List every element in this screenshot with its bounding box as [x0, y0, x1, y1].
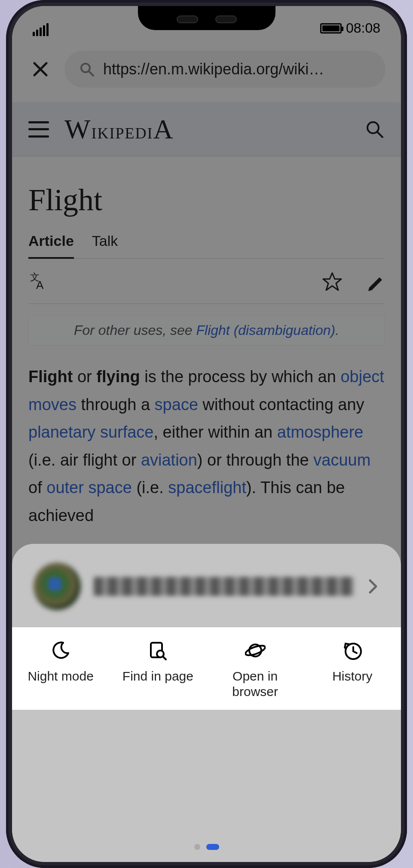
avatar — [34, 563, 81, 610]
history-icon — [342, 640, 363, 661]
find-in-page-button[interactable]: Find in page — [109, 640, 206, 699]
moon-icon — [50, 640, 71, 661]
sheet-account-row[interactable] — [12, 558, 401, 627]
account-name-redacted — [94, 577, 354, 596]
svg-line-8 — [163, 656, 166, 659]
find-in-page-icon — [147, 640, 168, 661]
dot-active[interactable] — [206, 844, 219, 850]
action-label: Open in browser — [232, 669, 278, 699]
open-in-browser-button[interactable]: Open in browser — [207, 640, 304, 699]
page-indicator — [12, 844, 401, 850]
phone-body: 08:08 https://en.m.wikipedia.org/wiki… — [6, 0, 407, 868]
notch — [138, 6, 275, 30]
action-label: Night mode — [28, 669, 93, 684]
night-mode-button[interactable]: Night mode — [12, 640, 109, 699]
history-button[interactable]: History — [304, 640, 401, 699]
chevron-right-icon — [367, 578, 379, 595]
svg-point-10 — [245, 644, 266, 657]
device-frame: 08:08 https://en.m.wikipedia.org/wiki… — [0, 0, 413, 868]
action-label: Find in page — [122, 669, 193, 684]
screen: 08:08 https://en.m.wikipedia.org/wiki… — [12, 6, 401, 862]
sheet-actions: Night mode Find in page — [12, 627, 401, 710]
action-label: History — [332, 669, 372, 684]
dot[interactable] — [194, 844, 200, 850]
bottom-sheet: Night mode Find in page — [12, 544, 401, 862]
planet-icon — [245, 640, 266, 661]
